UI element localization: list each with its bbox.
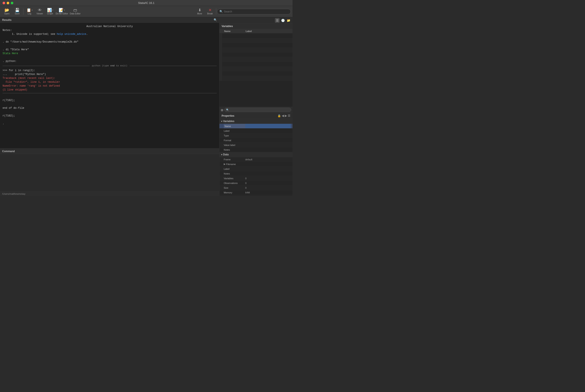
variables-rows [220, 34, 292, 81]
data-prop-group: ▾ Data Frame default ▶Filename Label Not… [220, 152, 292, 196]
traceback-1: Traceback (most recent call last): [2, 76, 217, 80]
prop-row-type[interactable]: Type [220, 133, 292, 138]
prop-row-memory[interactable]: Memory 64M [220, 190, 292, 195]
titlebar: Stata/IC 16.1 [0, 0, 292, 6]
prop-row-observations[interactable]: Observations 0 [220, 181, 292, 186]
props-back-icon[interactable]: ◀ [282, 114, 284, 117]
prop-row-name[interactable]: Name [220, 124, 292, 128]
window-title: Stata/IC 16.1 [138, 1, 154, 4]
traceback-2: File "<stdin>", line 1, in <module> [2, 80, 217, 84]
prop-row-variables[interactable]: Variables 0 [220, 176, 292, 181]
tab-variables-view[interactable]: ☰ [275, 18, 280, 23]
uni-line: Australian National University [2, 24, 217, 28]
data-editor-label: Data Editor [70, 12, 80, 15]
graph-button[interactable]: 📊 ▾ Graph [45, 7, 55, 16]
graph-label: Graph [47, 12, 53, 15]
variables-header: Variables [220, 24, 292, 29]
results-header: Results 🔍 [0, 17, 219, 23]
variables-chevron-icon: ▾ [221, 120, 222, 122]
python-divider: python (type end to exit) [2, 64, 217, 68]
prop-row-filename[interactable]: ▶Filename [220, 162, 292, 166]
open-icon: 📂 [4, 8, 9, 12]
log-label: Log [28, 12, 32, 15]
results-content[interactable]: Australian National University Notes: 1.… [0, 23, 219, 148]
prop-row-notes-var[interactable]: Notes [220, 148, 292, 152]
save-button[interactable]: 💾 Save [12, 7, 22, 16]
var-row [220, 52, 292, 57]
python-for: >>> for i in rang(2): [2, 68, 217, 72]
prop-notes-var-name: Notes [224, 148, 245, 151]
maximize-button[interactable] [11, 2, 13, 4]
data-editor-icon: 🗃 [73, 8, 77, 12]
graph-chevron: ▾ [52, 9, 53, 11]
minimize-button[interactable] [7, 2, 9, 4]
prompt-dot: . [2, 122, 217, 126]
prop-memory-value: 64M [245, 191, 291, 194]
command-textarea[interactable] [2, 156, 217, 190]
data-group-header[interactable]: ▾ Data [220, 152, 292, 157]
command-section: Command [0, 148, 219, 191]
prop-name-name: Name [224, 124, 245, 128]
data-editor-button[interactable]: 🗃 Data Editor [68, 7, 82, 16]
variables-group-label: Variables [223, 120, 234, 123]
prop-row-notes-data[interactable]: Notes [220, 171, 292, 176]
dofile-icon: 📝 [59, 8, 64, 12]
more-button[interactable]: ⬇ More [194, 7, 205, 16]
var-row [220, 43, 292, 48]
results-search-icon[interactable]: 🔍 [214, 18, 217, 22]
tab-files-view[interactable]: 📁 [286, 18, 291, 23]
dofile-button[interactable]: 📝 ▾ Do-file Editor [55, 7, 68, 16]
prop-size-name: Size [224, 186, 245, 189]
prop-size-value: 0 [245, 186, 291, 189]
var-row [220, 66, 292, 71]
props-forward-icon[interactable]: ▶ [285, 114, 287, 117]
r7102-1: r(7102); [2, 98, 217, 102]
viewer-label: Viewer [36, 12, 43, 15]
filter-input[interactable] [224, 108, 291, 112]
right-panel: ☰ 🕐 📁 Variables Name Label [220, 17, 292, 196]
prop-row-format[interactable]: Format [220, 138, 292, 143]
prop-notes-data-name: Notes [224, 172, 245, 175]
properties-label: Properties [222, 114, 234, 117]
col-name-header: Name [222, 29, 244, 33]
props-lock-icon[interactable]: 🔒 [278, 114, 281, 117]
prop-row-label[interactable]: Label [220, 128, 292, 133]
tab-history-view[interactable]: 🕐 [280, 18, 285, 23]
prop-sortedby-name: Sorted by [224, 196, 245, 196]
var-row [220, 76, 292, 81]
log-chevron: ▾ [32, 9, 33, 11]
prop-row-sortedby[interactable]: Sorted by [220, 195, 292, 196]
results-label: Results [2, 18, 12, 22]
search-box[interactable]: 🔍 [217, 9, 291, 14]
command-label: Command [2, 150, 15, 153]
var-row [220, 57, 292, 62]
var-row [220, 62, 292, 66]
notes-line: Notes: [2, 28, 217, 32]
prop-frame-value: default [245, 158, 291, 161]
data-chevron-icon: ▾ [221, 154, 222, 156]
command-input[interactable] [0, 154, 219, 192]
log-button[interactable]: 📋 ▾ Log [24, 7, 34, 16]
prop-row-valuelabel[interactable]: Value label [220, 143, 292, 148]
variables-group-header[interactable]: ▾ Variables [220, 119, 292, 124]
prop-row-size[interactable]: Size 0 [220, 186, 292, 190]
close-button[interactable] [2, 2, 5, 4]
prop-row-frame[interactable]: Frame default [220, 157, 292, 162]
prop-valuelabel-name: Value label [224, 144, 245, 146]
prop-row-label-data[interactable]: Label [220, 166, 292, 171]
viewer-button[interactable]: 👁 Viewer [34, 7, 45, 16]
var-row [220, 71, 292, 76]
open-button[interactable]: 📂 Open [2, 7, 12, 16]
prop-format-name: Format [224, 139, 245, 142]
prop-value-name[interactable] [245, 124, 291, 128]
props-menu-icon[interactable]: ☰ [288, 114, 290, 117]
status-path: /Users/matthewmckay [2, 192, 25, 195]
break-button[interactable]: ✕ Break [205, 7, 215, 16]
variables-section: Variables Name Label [220, 24, 292, 107]
prop-variables-name: Variables [224, 177, 245, 180]
search-input[interactable] [224, 10, 288, 13]
data-group-label: Data [223, 153, 229, 156]
graph-icon: 📊 [47, 8, 52, 12]
right-panel-tabs: ☰ 🕐 📁 [220, 17, 292, 24]
end-of-dofile: end of do-file [2, 106, 217, 110]
